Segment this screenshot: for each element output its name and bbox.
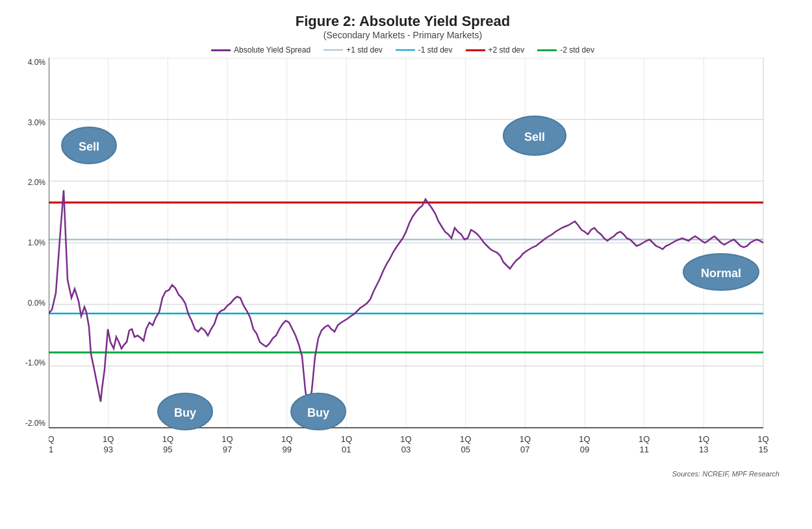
- svg-text:03: 03: [401, 445, 411, 454]
- svg-text:1Q: 1Q: [49, 434, 55, 444]
- svg-text:95: 95: [163, 445, 172, 454]
- svg-text:1Q: 1Q: [698, 434, 709, 444]
- svg-text:05: 05: [461, 445, 470, 454]
- y-label-0: 0.0%: [16, 299, 45, 308]
- svg-text:1Q: 1Q: [162, 434, 173, 444]
- legend-line-plus1: [324, 49, 343, 51]
- svg-text:1Q: 1Q: [103, 434, 114, 444]
- legend-item-minus1: -1 std dev: [396, 45, 453, 55]
- svg-text:99: 99: [282, 445, 291, 454]
- legend: Absolute Yield Spread +1 std dev -1 std …: [13, 45, 793, 55]
- title-section: Figure 2: Absolute Yield Spread (Seconda…: [13, 13, 793, 40]
- legend-line-spread: [211, 49, 231, 51]
- svg-text:1Q: 1Q: [639, 434, 650, 444]
- legend-item-plus2: +2 std dev: [466, 45, 525, 55]
- chart-subtitle: (Secondary Markets - Primary Markets): [13, 30, 793, 40]
- svg-text:1Q: 1Q: [400, 434, 411, 444]
- legend-item-plus1: +1 std dev: [324, 45, 383, 55]
- svg-text:Normal: Normal: [701, 267, 741, 280]
- legend-line-plus2: [466, 49, 485, 51]
- legend-label-minus2: -2 std dev: [560, 45, 594, 55]
- svg-text:15: 15: [759, 445, 768, 454]
- svg-text:Sell: Sell: [79, 140, 99, 153]
- legend-line-minus2: [537, 49, 557, 51]
- y-label-neg2: -2.0%: [16, 419, 45, 428]
- svg-text:11: 11: [639, 445, 648, 454]
- y-label-2: 2.0%: [16, 178, 45, 187]
- svg-text:1Q: 1Q: [281, 434, 292, 444]
- legend-label-plus2: +2 std dev: [488, 45, 525, 55]
- svg-text:93: 93: [103, 445, 112, 454]
- y-label-1: 1.0%: [16, 238, 45, 247]
- legend-line-minus1: [396, 49, 415, 51]
- y-label-4: 4.0%: [16, 58, 45, 67]
- chart-container: Figure 2: Absolute Yield Spread (Seconda…: [0, 0, 812, 529]
- svg-text:1Q: 1Q: [520, 434, 531, 444]
- svg-text:1Q: 1Q: [341, 434, 352, 444]
- chart-svg: Sell Buy Buy Sell Normal 1Q 91 1Q 93 1Q …: [49, 58, 812, 473]
- svg-text:13: 13: [699, 445, 708, 454]
- svg-text:91: 91: [49, 445, 53, 454]
- svg-text:Buy: Buy: [307, 406, 329, 419]
- legend-label-plus1: +1 std dev: [346, 45, 383, 55]
- chart-title: Figure 2: Absolute Yield Spread: [13, 13, 793, 30]
- legend-label-minus1: -1 std dev: [418, 45, 453, 55]
- y-label-3: 3.0%: [16, 118, 45, 127]
- svg-text:1Q: 1Q: [757, 434, 768, 444]
- legend-item-minus2: -2 std dev: [537, 45, 594, 55]
- svg-text:1Q: 1Q: [222, 434, 233, 444]
- y-label-neg1: -1.0%: [16, 358, 45, 367]
- svg-text:07: 07: [520, 445, 529, 454]
- legend-label-spread: Absolute Yield Spread: [234, 45, 311, 55]
- svg-text:97: 97: [223, 445, 232, 454]
- svg-text:1Q: 1Q: [460, 434, 471, 444]
- legend-item-spread: Absolute Yield Spread: [211, 45, 311, 55]
- svg-text:01: 01: [342, 445, 351, 454]
- svg-text:1Q: 1Q: [579, 434, 590, 444]
- svg-text:Buy: Buy: [174, 406, 196, 419]
- svg-text:09: 09: [580, 445, 589, 454]
- svg-text:Sell: Sell: [524, 130, 545, 143]
